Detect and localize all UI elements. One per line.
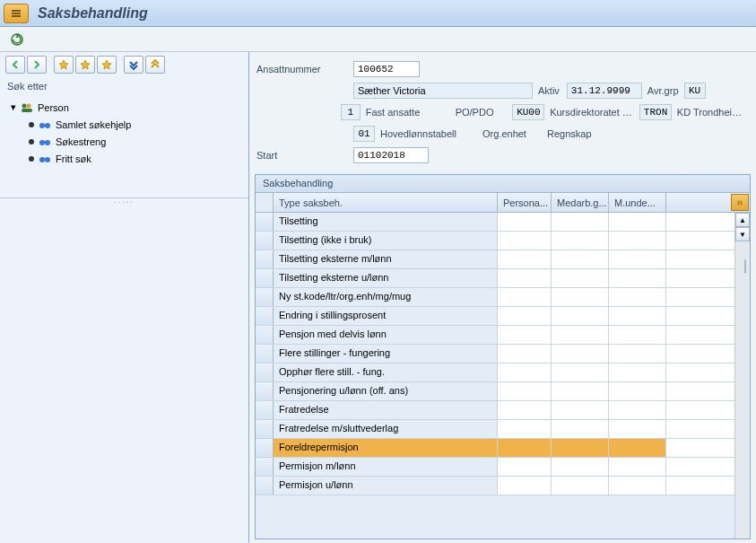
scroll-up-arrow[interactable]: ▲ <box>735 213 750 227</box>
row-selector[interactable] <box>256 213 274 231</box>
binoculars-icon <box>38 153 52 165</box>
cell-type: Endring i stillingsprosent <box>274 307 498 325</box>
binoculars-icon <box>38 136 52 148</box>
table-row[interactable]: Permisjon u/lønn <box>256 477 750 495</box>
cell-munde <box>609 439 666 457</box>
scroll-up-button[interactable] <box>145 56 165 74</box>
grid-header-type[interactable]: Type saksbeh. <box>274 193 498 212</box>
table-row[interactable]: Tilsetting eksterne m/lønn <box>256 250 750 269</box>
start-field[interactable]: 01102018 <box>353 147 429 163</box>
left-panel: Søk etter ▾ Person Samlet søkehjelp Søke… <box>0 52 249 543</box>
ansattnummer-field[interactable]: 100652 <box>353 61 420 77</box>
svg-point-1 <box>22 103 27 108</box>
cell-persona <box>498 269 552 287</box>
cell-munde <box>609 232 666 250</box>
cell-medarb <box>552 232 609 250</box>
grid-config-button[interactable] <box>731 194 749 211</box>
row-selector[interactable] <box>256 307 274 325</box>
cell-type: Ny st.kode/ltr/org.enh/mg/mug <box>274 288 498 306</box>
svg-rect-9 <box>43 141 47 143</box>
cell-medarb <box>552 288 609 306</box>
row-selector[interactable] <box>256 288 274 306</box>
tree-label: Samlet søkehjelp <box>56 119 131 130</box>
table-row[interactable]: Flere stillinger - fungering <box>256 345 750 363</box>
tree-samlet-sokehjelp[interactable]: Samlet søkehjelp <box>4 116 245 133</box>
titlebar: Saksbehandling <box>0 0 756 27</box>
table-row[interactable]: Pensjonering u/lønn (off. ans) <box>256 382 750 401</box>
ansattnummer-label: Ansattnummer <box>256 64 353 74</box>
cell-munde <box>609 363 666 381</box>
row-selector[interactable] <box>256 269 274 287</box>
table-row[interactable]: Ny st.kode/ltr/org.enh/mg/mug <box>256 288 750 307</box>
cell-munde <box>609 477 666 495</box>
favorite-button-1[interactable] <box>54 56 74 74</box>
cell-munde <box>609 382 666 400</box>
nav-forward-button[interactable] <box>27 56 47 74</box>
avrgrp-code: KU <box>684 83 706 99</box>
form-area: Ansattnummer 100652 Sæther Victoria Akti… <box>255 56 751 174</box>
table-row[interactable]: Opphør flere still. - fung. <box>256 363 750 382</box>
date-field: 31.12.9999 <box>567 83 642 99</box>
grid-header-medarb[interactable]: Medarb.g... <box>552 193 609 212</box>
tree-root-person[interactable]: ▾ Person <box>4 99 245 116</box>
row-selector[interactable] <box>256 345 274 363</box>
grid: Saksbehandling Type saksbeh. Persona... … <box>255 174 751 539</box>
collapse-icon[interactable]: ▾ <box>9 103 18 112</box>
kdtrond-text: KD Trondhei… <box>677 107 742 118</box>
grid-header-persona[interactable]: Persona... <box>498 193 552 212</box>
table-row[interactable]: Endring i stillingsprosent <box>256 307 750 326</box>
person-icon <box>20 101 34 114</box>
table-row[interactable]: Fratredelse m/sluttvederlag <box>256 420 750 439</box>
row-selector[interactable] <box>256 232 274 250</box>
table-row[interactable]: Fratredelse <box>256 401 750 420</box>
row-selector[interactable] <box>256 401 274 419</box>
table-row[interactable]: Tilsetting <box>256 213 750 232</box>
row-selector[interactable] <box>256 477 274 495</box>
cell-persona <box>498 213 552 231</box>
row-selector[interactable] <box>256 458 274 476</box>
favorite-button-2[interactable] <box>75 56 95 74</box>
grid-select-all[interactable] <box>256 193 274 212</box>
scroll-down-arrow[interactable]: ▼ <box>735 227 750 241</box>
app-menu-button[interactable] <box>4 4 29 23</box>
cell-type: Pensjon med delvis lønn <box>274 326 498 344</box>
cell-medarb <box>552 420 609 438</box>
table-row[interactable]: Tilsetting eksterne u/lønn <box>256 269 750 288</box>
grid-header-munde[interactable]: M.unde... <box>609 193 666 212</box>
avrgrp-label: Avr.grp <box>647 85 679 96</box>
row-selector[interactable] <box>256 363 274 381</box>
scroll-down-button[interactable] <box>124 56 143 74</box>
row-selector[interactable] <box>256 382 274 400</box>
tree-fritt-sok[interactable]: Fritt søk <box>4 150 245 167</box>
binoculars-icon <box>38 118 52 131</box>
right-panel: Ansattnummer 100652 Sæther Victoria Akti… <box>249 52 756 543</box>
search-tree: ▾ Person Samlet søkehjelp Søkestreng Fri… <box>0 95 248 171</box>
row-selector[interactable] <box>256 250 274 268</box>
row-selector[interactable] <box>256 420 274 438</box>
cell-type: Tilsetting eksterne m/lønn <box>274 250 498 268</box>
search-label: Søk etter <box>0 77 248 95</box>
tree-label: Søkestreng <box>56 136 106 147</box>
cell-persona <box>498 439 552 457</box>
start-label: Start <box>256 150 353 161</box>
cell-type: Tilsetting <box>274 213 498 231</box>
cell-persona <box>498 326 552 344</box>
cell-persona <box>498 250 552 268</box>
table-row[interactable]: Tilsetting (ikke i bruk) <box>256 232 750 250</box>
row-selector[interactable] <box>256 439 274 457</box>
tree-sokestreng[interactable]: Søkestreng <box>4 133 245 150</box>
vertical-scrollbar[interactable]: ▲ ▼ <box>734 213 750 539</box>
cell-persona <box>498 401 552 419</box>
execute-button[interactable] <box>7 31 27 48</box>
tree-label: Person <box>38 102 69 113</box>
row-selector[interactable] <box>256 326 274 344</box>
table-row[interactable]: Foreldrepermisjon <box>256 439 750 458</box>
nav-back-button[interactable] <box>5 56 25 74</box>
page-title: Saksbehandling <box>38 5 148 22</box>
table-row[interactable]: Permisjon m/lønn <box>256 458 750 477</box>
row3-code: 01 <box>353 126 375 142</box>
table-row[interactable]: Pensjon med delvis lønn <box>256 326 750 345</box>
favorite-button-3[interactable] <box>97 56 117 74</box>
cell-medarb <box>552 363 609 381</box>
scrollbar-thumb[interactable] <box>744 259 746 274</box>
